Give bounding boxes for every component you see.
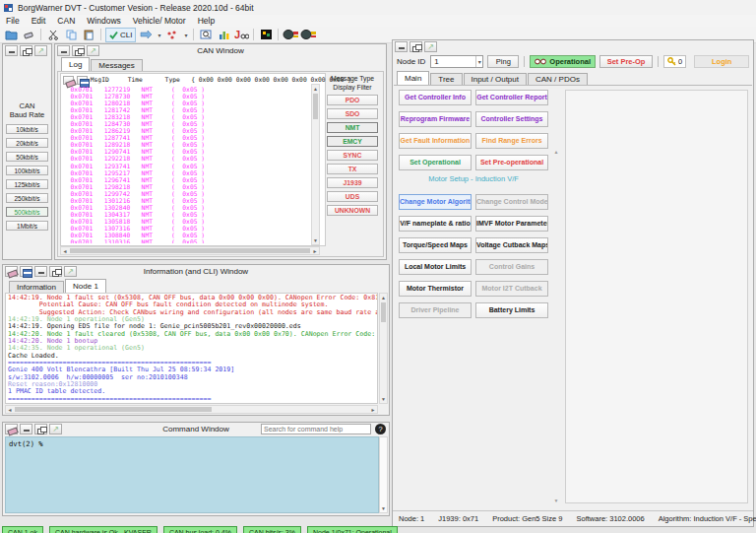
- panel-button[interactable]: Get Controller Info: [399, 90, 472, 105]
- panel-button[interactable]: IMVF Motor Parameters: [475, 216, 548, 232]
- filter-button[interactable]: PDO: [327, 95, 378, 105]
- cut-button[interactable]: [45, 28, 61, 42]
- popout-icon[interactable]: ↗: [64, 266, 77, 277]
- can-message-row[interactable]: 0x0701 1304317 NMT ( 0x05 ): [63, 211, 323, 218]
- panel-button[interactable]: Motor I2T Cutback: [475, 281, 548, 297]
- restore-icon[interactable]: [410, 41, 422, 52]
- trace-config-button[interactable]: [164, 28, 180, 42]
- open-file-button[interactable]: [3, 28, 19, 42]
- command-vscrollbar[interactable]: ▼: [379, 436, 388, 513]
- baud-rate-button[interactable]: 1Mbit/s: [6, 221, 48, 231]
- scroll-up-icon[interactable]: ▲: [380, 294, 387, 301]
- panel-button[interactable]: Get Controller Report: [475, 90, 548, 105]
- can-message-row[interactable]: 0x0701 1305818 NMT ( 0x05 ): [63, 218, 323, 225]
- can-message-row[interactable]: 0x0701 1278730 NMT ( 0x05 ): [63, 93, 323, 100]
- can-message-row[interactable]: 0x0701 1293741 NMT ( 0x05 ): [63, 163, 323, 169]
- panel-button[interactable]: Set Pre-operational: [475, 155, 548, 170]
- menu-item[interactable]: Help: [192, 15, 220, 27]
- chevron-down-icon[interactable]: ▾: [156, 32, 162, 38]
- hil-tool-button[interactable]: [258, 28, 274, 42]
- help-icon[interactable]: ?: [375, 424, 386, 434]
- filter-button[interactable]: J1939: [327, 177, 378, 188]
- minimize-icon[interactable]: [20, 424, 32, 434]
- panel-button[interactable]: Driver Pipeline: [399, 302, 472, 318]
- motor-can-button[interactable]: [283, 28, 298, 42]
- command-console[interactable]: dvt(2) %: [5, 436, 379, 513]
- panel-button[interactable]: Motor Thermistor: [399, 281, 472, 297]
- panel-button[interactable]: Battery Limits: [475, 302, 548, 318]
- scroll-down-icon[interactable]: ▼: [380, 395, 387, 403]
- minimize-icon[interactable]: [5, 45, 18, 56]
- menu-item[interactable]: Windows: [81, 15, 126, 27]
- filter-button[interactable]: SDO: [327, 108, 378, 119]
- can-message-row[interactable]: 0x0701 1284730 NMT ( 0x05 ): [63, 120, 323, 127]
- can-message-row[interactable]: 0x0701 1308840 NMT ( 0x05 ): [63, 232, 323, 238]
- ping-button[interactable]: Ping: [487, 55, 519, 68]
- info-vscrollbar[interactable]: ▲ ▼: [379, 293, 388, 404]
- info-hscrollbar[interactable]: ◄ ►: [5, 405, 378, 414]
- minimize-icon[interactable]: [57, 45, 70, 56]
- can-config-button[interactable]: [138, 28, 154, 42]
- popout-icon[interactable]: ↗: [87, 45, 99, 56]
- filter-button[interactable]: TX: [327, 164, 378, 174]
- popout-icon[interactable]: ↗: [34, 45, 47, 56]
- filter-button[interactable]: UDS: [327, 191, 378, 202]
- scroll-left-icon[interactable]: ◄: [6, 406, 14, 413]
- can-message-row[interactable]: 0x0701 1280218 NMT ( 0x05 ): [63, 100, 323, 106]
- copy-button[interactable]: [63, 28, 79, 42]
- restore-icon[interactable]: [49, 266, 62, 277]
- can-message-row[interactable]: 0x0701 1277219 NMT ( 0x05 ): [63, 86, 323, 93]
- popout-icon[interactable]: ↗: [49, 424, 62, 434]
- filter-button[interactable]: UNKNOWN: [327, 205, 378, 216]
- scroll-up-icon[interactable]: ▲: [312, 85, 319, 93]
- can-message-row[interactable]: 0x0701 1281742 NMT ( 0x05 ): [63, 106, 323, 113]
- chevron-down-icon[interactable]: ▾: [182, 32, 189, 38]
- can-message-row[interactable]: 0x0701 1299742 NMT ( 0x05 ): [63, 190, 323, 197]
- baud-rate-button[interactable]: 50kbit/s: [6, 152, 48, 162]
- panel-button[interactable]: Change Motor Algorithm: [399, 194, 472, 210]
- panel-button[interactable]: Local Motor Limits: [399, 259, 472, 275]
- clear-command-icon[interactable]: [5, 424, 18, 434]
- baud-rate-button[interactable]: 20kbit/s: [6, 138, 48, 148]
- j1939-monitor-button[interactable]: J: [233, 28, 249, 42]
- minimize-icon[interactable]: [395, 41, 408, 52]
- login-button[interactable]: Login: [694, 55, 749, 68]
- tab[interactable]: Information: [9, 281, 64, 293]
- node-id-select[interactable]: 1 ▾: [430, 55, 483, 68]
- can-message-row[interactable]: 0x0701 1298218 NMT ( 0x05 ): [63, 183, 323, 190]
- popout-icon[interactable]: ↗: [424, 41, 437, 52]
- panel-button[interactable]: Set Operational: [399, 155, 472, 170]
- restore-icon[interactable]: [72, 45, 85, 56]
- baud-rate-button[interactable]: 10kbit/s: [6, 124, 48, 134]
- baud-rate-button[interactable]: 125kbit/s: [6, 179, 48, 189]
- filter-button[interactable]: SYNC: [327, 150, 378, 161]
- filter-button[interactable]: NMT: [327, 122, 378, 133]
- tab[interactable]: Input / Output: [464, 73, 527, 85]
- panel-button[interactable]: V/F nameplate & ratio: [399, 216, 472, 232]
- can-message-row[interactable]: 0x0701 1301216 NMT ( 0x05 ): [63, 197, 323, 204]
- scroll-right-icon[interactable]: ►: [369, 406, 377, 413]
- panel-button[interactable]: Get Fault Information: [399, 133, 472, 149]
- find-window-button[interactable]: [198, 28, 214, 42]
- menu-item[interactable]: File: [0, 15, 26, 27]
- restore-icon[interactable]: [34, 424, 47, 434]
- scroll-down-icon[interactable]: ▼: [380, 504, 387, 512]
- scroll-left-icon[interactable]: ◄: [61, 247, 69, 254]
- can-message-row[interactable]: 0x0701 1302840 NMT ( 0x05 ): [63, 204, 323, 211]
- tab[interactable]: Node 1: [65, 279, 106, 293]
- can-message-row[interactable]: 0x0701 1286219 NMT ( 0x05 ): [63, 127, 323, 134]
- tab[interactable]: Log: [61, 57, 90, 71]
- clear-info-icon[interactable]: [5, 266, 18, 277]
- can-message-row[interactable]: 0x0701 1307316 NMT ( 0x05 ): [63, 225, 323, 232]
- scroll-down-icon[interactable]: ▼: [312, 236, 319, 244]
- scroll-up-icon[interactable]: ▲: [551, 149, 561, 155]
- set-preop-button[interactable]: Set Pre-Op: [599, 55, 653, 68]
- restore-icon[interactable]: [20, 45, 32, 56]
- scroll-right-icon[interactable]: ►: [311, 247, 319, 254]
- panel-button[interactable]: Find Range Errors: [475, 133, 548, 149]
- tab[interactable]: CAN / PDOs: [528, 73, 588, 85]
- tab[interactable]: Main: [397, 71, 429, 85]
- command-help-search-input[interactable]: [261, 424, 371, 434]
- menu-item[interactable]: Vehicle/ Motor: [127, 15, 192, 27]
- panel-scrollbar[interactable]: ▲ ▼: [551, 149, 561, 503]
